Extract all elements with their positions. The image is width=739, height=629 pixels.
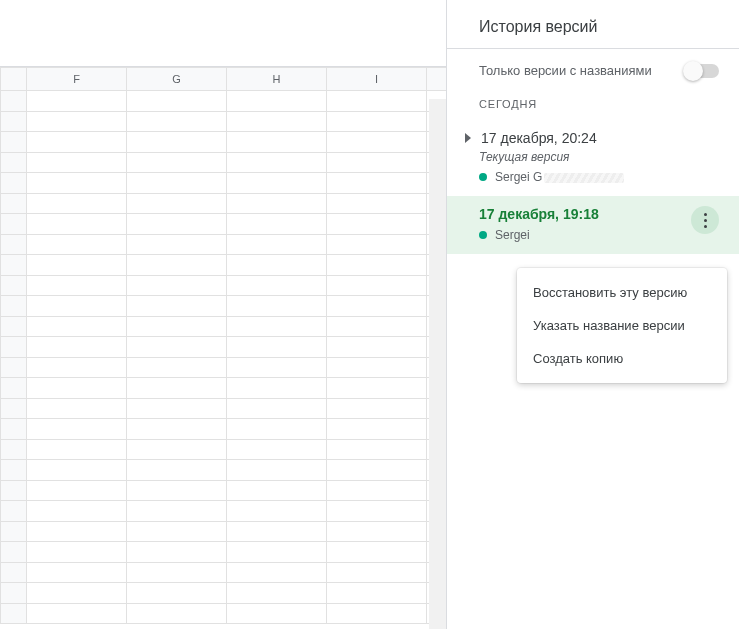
grid-cell[interactable]: [27, 296, 127, 317]
grid-cell[interactable]: [127, 275, 227, 296]
grid-cell[interactable]: [1, 337, 27, 358]
grid-cell[interactable]: [227, 378, 327, 399]
grid-cell[interactable]: [127, 439, 227, 460]
grid-cell[interactable]: [127, 398, 227, 419]
grid-cell[interactable]: [127, 255, 227, 276]
grid-cell[interactable]: [27, 480, 127, 501]
grid-cell[interactable]: [227, 193, 327, 214]
grid-cell[interactable]: [1, 419, 27, 440]
menu-make-copy[interactable]: Создать копию: [517, 342, 727, 375]
grid-cell[interactable]: [27, 542, 127, 563]
grid-cell[interactable]: [127, 501, 227, 522]
grid-cell[interactable]: [1, 152, 27, 173]
grid-cell[interactable]: [1, 521, 27, 542]
grid-cell[interactable]: [27, 132, 127, 153]
grid-cell[interactable]: [227, 583, 327, 604]
grid-cell[interactable]: [127, 583, 227, 604]
grid-cell[interactable]: [1, 296, 27, 317]
grid-cell[interactable]: [127, 378, 227, 399]
grid-cell[interactable]: [27, 91, 127, 112]
grid-cell[interactable]: [327, 542, 427, 563]
grid-cell[interactable]: [1, 583, 27, 604]
grid-cell[interactable]: [227, 480, 327, 501]
grid-cell[interactable]: [127, 357, 227, 378]
grid-cell[interactable]: [1, 542, 27, 563]
grid-cell[interactable]: [327, 419, 427, 440]
grid-cell[interactable]: [227, 111, 327, 132]
grid-cell[interactable]: [327, 583, 427, 604]
grid-cell[interactable]: [327, 111, 427, 132]
grid-cell[interactable]: [327, 132, 427, 153]
grid-cell[interactable]: [127, 542, 227, 563]
grid-cell[interactable]: [27, 234, 127, 255]
grid-cell[interactable]: [327, 234, 427, 255]
grid-cell[interactable]: [227, 357, 327, 378]
grid-cell[interactable]: [227, 521, 327, 542]
grid-cell[interactable]: [27, 501, 127, 522]
grid-cell[interactable]: [327, 501, 427, 522]
grid-cell[interactable]: [127, 111, 227, 132]
grid-cell[interactable]: [327, 521, 427, 542]
grid-cell[interactable]: [327, 193, 427, 214]
grid-cell[interactable]: [127, 562, 227, 583]
grid-cell[interactable]: [27, 603, 127, 624]
grid-cell[interactable]: [227, 296, 327, 317]
vertical-scrollbar[interactable]: [429, 99, 446, 629]
grid-cell[interactable]: [327, 480, 427, 501]
grid-cell[interactable]: [227, 214, 327, 235]
grid-cell[interactable]: [327, 562, 427, 583]
grid-cell[interactable]: [227, 132, 327, 153]
grid-cell[interactable]: [27, 152, 127, 173]
grid-cell[interactable]: [27, 583, 127, 604]
grid-cell[interactable]: [1, 460, 27, 481]
expand-caret-icon[interactable]: [465, 133, 471, 143]
grid-cell[interactable]: [1, 480, 27, 501]
grid-cell[interactable]: [1, 501, 27, 522]
grid-cell[interactable]: [227, 173, 327, 194]
grid-cell[interactable]: [227, 275, 327, 296]
grid-cell[interactable]: [127, 460, 227, 481]
version-item-selected[interactable]: 17 декабря, 19:18 Sergei: [447, 196, 739, 254]
grid-cell[interactable]: [127, 316, 227, 337]
grid-cell[interactable]: [227, 337, 327, 358]
grid-cell[interactable]: [227, 562, 327, 583]
grid-cell[interactable]: [127, 193, 227, 214]
grid-cell[interactable]: [227, 234, 327, 255]
menu-name-version[interactable]: Указать название версии: [517, 309, 727, 342]
grid-cell[interactable]: [27, 521, 127, 542]
grid-cell[interactable]: [27, 173, 127, 194]
grid-cell[interactable]: [327, 214, 427, 235]
grid-cell[interactable]: [327, 316, 427, 337]
col-header[interactable]: I: [327, 68, 427, 91]
grid-cell[interactable]: [27, 214, 127, 235]
grid-cell[interactable]: [1, 316, 27, 337]
grid-cell[interactable]: [1, 603, 27, 624]
grid-cell[interactable]: [27, 337, 127, 358]
version-more-button[interactable]: [691, 206, 719, 234]
grid-cell[interactable]: [27, 111, 127, 132]
grid-cell[interactable]: [27, 419, 127, 440]
grid-cell[interactable]: [127, 214, 227, 235]
grid-cell[interactable]: [227, 501, 327, 522]
grid-cell[interactable]: [27, 357, 127, 378]
grid-cell[interactable]: [327, 275, 427, 296]
grid-cell[interactable]: [1, 214, 27, 235]
grid-cell[interactable]: [327, 398, 427, 419]
grid-cell[interactable]: [227, 542, 327, 563]
version-item[interactable]: 17 декабря, 20:24 Текущая версия Sergei …: [447, 120, 739, 196]
col-header[interactable]: G: [127, 68, 227, 91]
grid-cell[interactable]: [327, 91, 427, 112]
grid-cell[interactable]: [1, 357, 27, 378]
grid-cell[interactable]: [327, 603, 427, 624]
grid-cell[interactable]: [227, 255, 327, 276]
col-header[interactable]: F: [27, 68, 127, 91]
grid-cell[interactable]: [27, 378, 127, 399]
grid-cell[interactable]: [1, 234, 27, 255]
grid-cell[interactable]: [327, 173, 427, 194]
grid-cell[interactable]: [1, 132, 27, 153]
grid-cell[interactable]: [127, 521, 227, 542]
grid-cell[interactable]: [227, 91, 327, 112]
grid-cell[interactable]: [27, 562, 127, 583]
grid-cell[interactable]: [127, 152, 227, 173]
grid-cell[interactable]: [1, 173, 27, 194]
